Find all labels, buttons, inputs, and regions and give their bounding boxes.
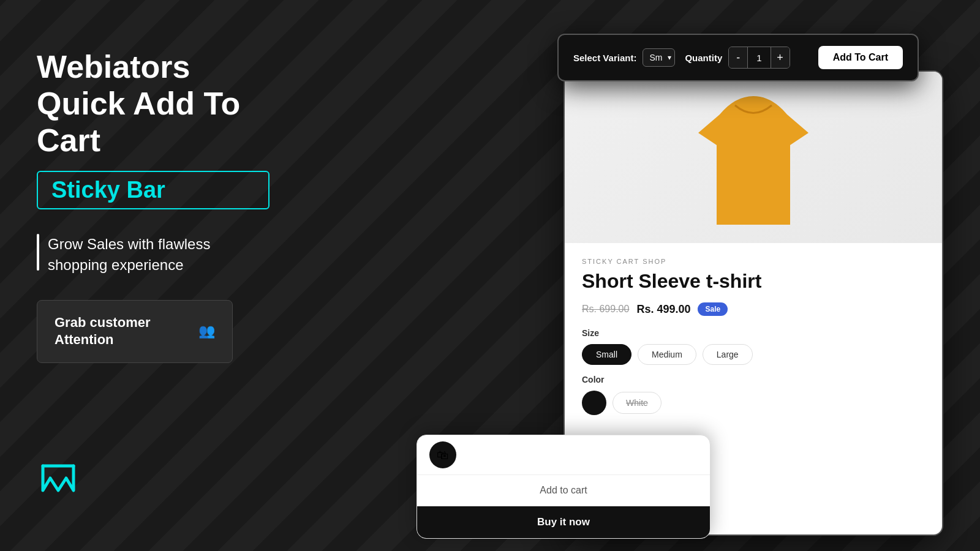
badge-text: Sticky Bar [51, 177, 165, 203]
color-label: Color [582, 375, 925, 384]
right-panel: Select Variant: Sm Md Lg Quantity - 1 + … [306, 0, 980, 551]
size-large-button[interactable]: Large [703, 344, 753, 365]
size-options: Small Medium Large [582, 344, 925, 365]
tagline-text: Grow Sales with flawless shopping experi… [48, 234, 270, 275]
sale-badge: Sale [698, 302, 728, 316]
product-details: STICKY CART SHOP Short Sleeve t-shirt Rs… [565, 243, 942, 442]
color-white-swatch[interactable]: White [612, 392, 662, 414]
tagline-block: Grow Sales with flawless shopping experi… [37, 234, 270, 275]
variant-select-wrapper[interactable]: Sm Md Lg [643, 48, 675, 67]
sticky-bar-mockup: Select Variant: Sm Md Lg Quantity - 1 + … [557, 34, 919, 81]
price-row: Rs. 699.00 Rs. 499.00 Sale [582, 302, 925, 316]
grab-attention-icon: 👥 [198, 323, 215, 340]
color-black-swatch[interactable] [582, 391, 606, 415]
quantity-minus-button[interactable]: - [729, 47, 747, 68]
shopify-header: 🛍 [417, 435, 710, 475]
logo-area [37, 457, 270, 502]
product-name: Short Sleeve t-shirt [582, 270, 925, 293]
brand-title-line2: Quick Add To Cart [37, 86, 270, 159]
price-sale: Rs. 499.00 [636, 303, 690, 316]
brand-title-line1: Webiators [37, 49, 270, 86]
color-section: Color White [582, 375, 925, 415]
grab-attention-text: Grab customer Attention [55, 314, 191, 349]
shop-name: STICKY CART SHOP [582, 258, 925, 265]
quantity-section: Quantity - 1 + [685, 47, 790, 69]
bottom-sheet: 🛍 Add to cart Buy it now [417, 435, 710, 539]
webiators-logo [37, 457, 80, 500]
variant-section: Select Variant: Sm Md Lg [573, 48, 675, 67]
price-original: Rs. 699.00 [582, 304, 629, 315]
quantity-label: Quantity [685, 53, 722, 63]
size-small-button[interactable]: Small [582, 344, 631, 365]
size-label: Size [582, 328, 925, 338]
product-image-area [565, 72, 942, 243]
shopify-icon: 🛍 [437, 448, 449, 462]
variant-select[interactable]: Sm Md Lg [643, 48, 675, 67]
quantity-value: 1 [747, 47, 771, 68]
color-options: White [582, 391, 925, 415]
shopify-logo: 🛍 [429, 441, 456, 468]
buy-now-sheet-button[interactable]: Buy it now [417, 506, 710, 538]
add-to-cart-sticky-button[interactable]: Add To Cart [818, 46, 903, 69]
grab-attention-box: Grab customer Attention 👥 [37, 300, 233, 363]
add-to-cart-sheet-button[interactable]: Add to cart [417, 475, 710, 506]
sticky-bar-badge: Sticky Bar [37, 171, 270, 209]
size-section: Size Small Medium Large [582, 328, 925, 365]
tshirt-image [686, 78, 821, 237]
size-medium-button[interactable]: Medium [638, 344, 696, 365]
tagline-bar [37, 234, 39, 271]
variant-label: Select Variant: [573, 53, 636, 63]
quantity-plus-button[interactable]: + [771, 47, 790, 68]
quantity-control: - 1 + [728, 47, 790, 69]
